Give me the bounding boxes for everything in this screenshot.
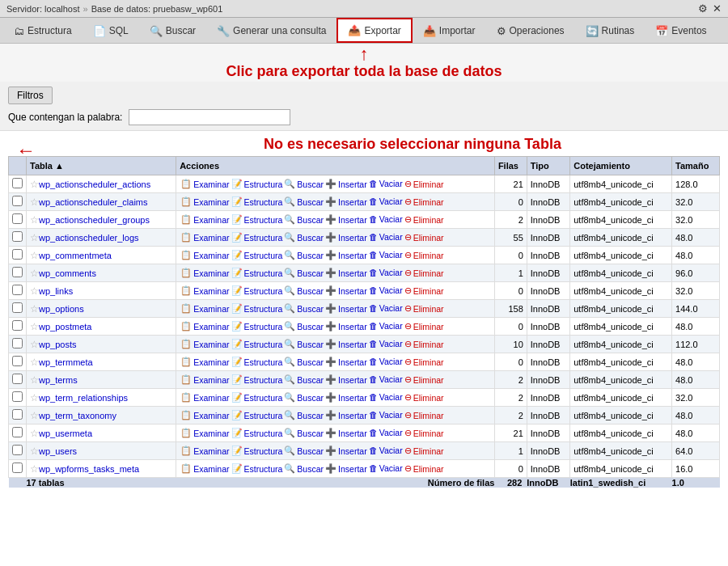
examinar-link[interactable]: 📋Examinar	[180, 232, 229, 243]
buscar-link[interactable]: 🔍Buscar	[284, 196, 324, 207]
examinar-link[interactable]: 📋Examinar	[180, 428, 229, 438]
eliminar-link[interactable]: ⊖Eliminar	[404, 392, 444, 403]
tab-sql[interactable]: 📄 SQL	[83, 19, 139, 42]
eliminar-link[interactable]: ⊖Eliminar	[404, 196, 444, 207]
tab-operaciones[interactable]: ⚙ Operaciones	[486, 19, 575, 42]
table-name-link[interactable]: wp_usermeta	[39, 429, 92, 438]
vaciar-link[interactable]: 🗑Vaciar	[369, 357, 403, 366]
table-name-link[interactable]: wp_actionscheduler_claims	[39, 197, 148, 207]
estructura-link[interactable]: 📝Estructura	[231, 410, 283, 420]
star-icon[interactable]: ☆	[30, 196, 39, 208]
vaciar-link[interactable]: 🗑Vaciar	[369, 250, 403, 260]
eliminar-link[interactable]: ⊖Eliminar	[404, 339, 444, 349]
examinar-link[interactable]: 📋Examinar	[180, 179, 229, 189]
estructura-link[interactable]: 📝Estructura	[231, 392, 283, 403]
eliminar-link[interactable]: ⊖Eliminar	[404, 285, 444, 296]
table-name-link[interactable]: wp_actionscheduler_actions	[39, 180, 150, 189]
estructura-link[interactable]: 📝Estructura	[231, 303, 283, 314]
star-icon[interactable]: ☆	[30, 428, 39, 439]
table-name-link[interactable]: wp_term_relationships	[39, 393, 128, 403]
star-icon[interactable]: ☆	[30, 268, 39, 279]
examinar-link[interactable]: 📋Examinar	[180, 285, 229, 296]
eliminar-link[interactable]: ⊖Eliminar	[404, 374, 444, 385]
vaciar-link[interactable]: 🗑Vaciar	[369, 179, 403, 188]
table-name-link[interactable]: wp_actionscheduler_groups	[39, 215, 150, 225]
vaciar-link[interactable]: 🗑Vaciar	[369, 214, 403, 224]
row-checkbox[interactable]	[12, 356, 23, 366]
insertar-link[interactable]: ➕Insertar	[325, 339, 367, 349]
insertar-link[interactable]: ➕Insertar	[325, 196, 367, 207]
buscar-link[interactable]: 🔍Buscar	[284, 357, 324, 367]
eliminar-link[interactable]: ⊖Eliminar	[404, 410, 444, 420]
vaciar-link[interactable]: 🗑Vaciar	[369, 428, 403, 437]
table-name-link[interactable]: wp_commentmeta	[39, 251, 112, 260]
buscar-link[interactable]: 🔍Buscar	[284, 339, 324, 349]
star-icon[interactable]: ☆	[30, 321, 39, 332]
buscar-link[interactable]: 🔍Buscar	[284, 179, 324, 189]
eliminar-link[interactable]: ⊖Eliminar	[404, 463, 444, 474]
table-name-link[interactable]: wp_actionscheduler_logs	[39, 233, 139, 243]
examinar-link[interactable]: 📋Examinar	[180, 250, 229, 260]
eliminar-link[interactable]: ⊖Eliminar	[404, 214, 444, 225]
estructura-link[interactable]: 📝Estructura	[231, 428, 283, 438]
buscar-link[interactable]: 🔍Buscar	[284, 463, 324, 474]
insertar-link[interactable]: ➕Insertar	[325, 179, 367, 189]
table-name-link[interactable]: wp_postmeta	[39, 322, 91, 332]
col-tabla[interactable]: Tabla ▲	[27, 157, 176, 175]
buscar-link[interactable]: 🔍Buscar	[284, 446, 324, 456]
examinar-link[interactable]: 📋Examinar	[180, 410, 229, 420]
eliminar-link[interactable]: ⊖Eliminar	[404, 232, 444, 243]
row-checkbox[interactable]	[12, 391, 23, 402]
buscar-link[interactable]: 🔍Buscar	[284, 285, 324, 296]
examinar-link[interactable]: 📋Examinar	[180, 357, 229, 367]
row-checkbox[interactable]	[12, 463, 23, 473]
row-checkbox[interactable]	[12, 178, 23, 188]
tab-importar[interactable]: 📥 Importar	[413, 19, 486, 42]
star-icon[interactable]: ☆	[30, 392, 39, 403]
insertar-link[interactable]: ➕Insertar	[325, 374, 367, 385]
star-icon[interactable]: ☆	[30, 374, 39, 386]
buscar-link[interactable]: 🔍Buscar	[284, 428, 324, 438]
insertar-link[interactable]: ➕Insertar	[325, 410, 367, 420]
row-checkbox[interactable]	[12, 374, 23, 384]
row-checkbox[interactable]	[12, 427, 23, 437]
vaciar-link[interactable]: 🗑Vaciar	[369, 339, 403, 348]
vaciar-link[interactable]: 🗑Vaciar	[369, 303, 403, 313]
tab-buscar[interactable]: 🔍 Buscar	[139, 19, 206, 42]
row-checkbox[interactable]	[12, 338, 23, 348]
estructura-link[interactable]: 📝Estructura	[231, 339, 283, 349]
star-icon[interactable]: ☆	[30, 179, 39, 190]
table-name-link[interactable]: wp_comments	[39, 268, 96, 278]
vaciar-link[interactable]: 🗑Vaciar	[369, 321, 403, 331]
row-checkbox[interactable]	[12, 196, 23, 206]
examinar-link[interactable]: 📋Examinar	[180, 374, 229, 385]
tab-generar[interactable]: 🔧 Generar una consulta	[206, 19, 336, 42]
tab-estructura[interactable]: 🗂 Estructura	[3, 19, 83, 42]
close-icon[interactable]: ✕	[713, 2, 722, 15]
vaciar-link[interactable]: 🗑Vaciar	[369, 374, 403, 384]
star-icon[interactable]: ☆	[30, 303, 39, 315]
row-checkbox[interactable]	[12, 409, 23, 420]
estructura-link[interactable]: 📝Estructura	[231, 196, 283, 207]
table-name-link[interactable]: wp_users	[39, 446, 77, 456]
estructura-link[interactable]: 📝Estructura	[231, 357, 283, 367]
estructura-link[interactable]: 📝Estructura	[231, 268, 283, 278]
estructura-link[interactable]: 📝Estructura	[231, 285, 283, 296]
vaciar-link[interactable]: 🗑Vaciar	[369, 285, 403, 295]
buscar-link[interactable]: 🔍Buscar	[284, 303, 324, 314]
insertar-link[interactable]: ➕Insertar	[325, 250, 367, 260]
insertar-link[interactable]: ➕Insertar	[325, 268, 367, 278]
table-name-link[interactable]: wp_termmeta	[39, 357, 93, 367]
star-icon[interactable]: ☆	[30, 285, 39, 297]
vaciar-link[interactable]: 🗑Vaciar	[369, 446, 403, 455]
table-name-link[interactable]: wp_options	[39, 304, 84, 314]
estructura-link[interactable]: 📝Estructura	[231, 446, 283, 456]
row-checkbox[interactable]	[12, 267, 23, 277]
vaciar-link[interactable]: 🗑Vaciar	[369, 463, 403, 473]
estructura-link[interactable]: 📝Estructura	[231, 179, 283, 189]
buscar-link[interactable]: 🔍Buscar	[284, 268, 324, 278]
examinar-link[interactable]: 📋Examinar	[180, 446, 229, 456]
filter-input[interactable]	[129, 109, 290, 125]
row-checkbox[interactable]	[12, 231, 23, 242]
estructura-link[interactable]: 📝Estructura	[231, 463, 283, 474]
